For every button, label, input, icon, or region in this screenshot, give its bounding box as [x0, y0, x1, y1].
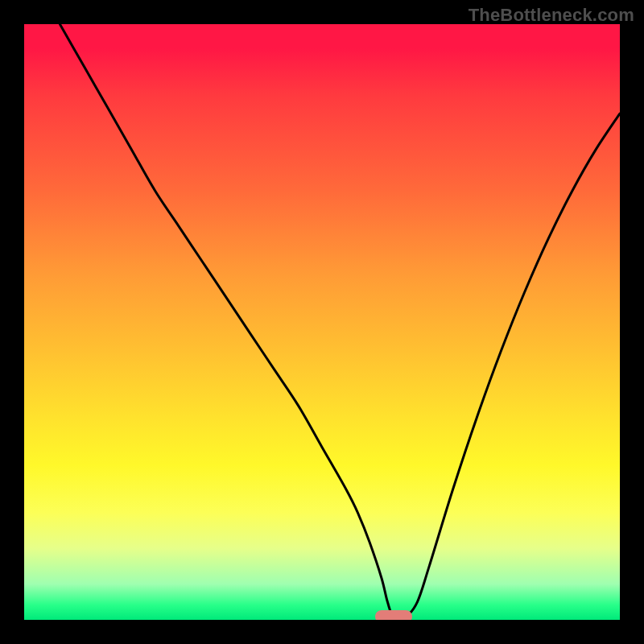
- optimal-zone-marker: [375, 610, 412, 620]
- chart-frame: TheBottleneck.com: [0, 0, 644, 644]
- curve-svg: [24, 24, 620, 620]
- plot-area: [24, 24, 620, 620]
- watermark-text: TheBottleneck.com: [469, 5, 634, 26]
- bottleneck-curve-path: [60, 24, 620, 619]
